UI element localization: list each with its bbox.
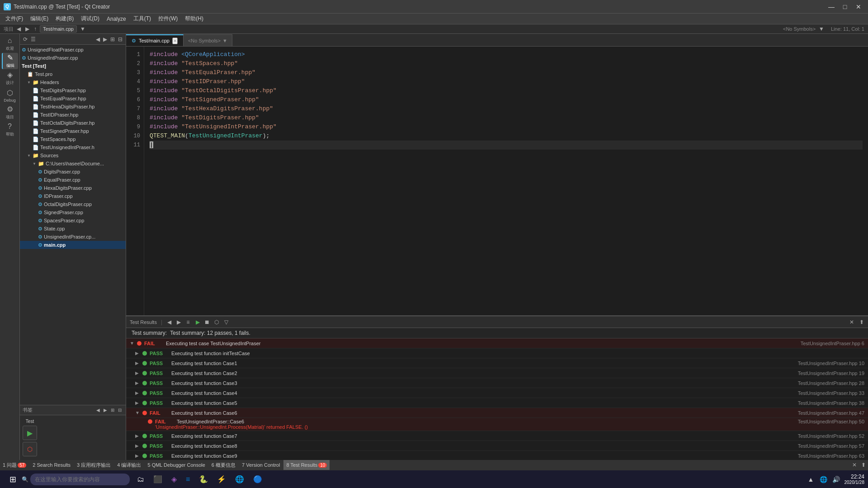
panel-float-btn[interactable]: ⬆: [857, 318, 866, 327]
tree-item-idpraser[interactable]: ⚙ IDPraser.cpp: [20, 192, 126, 200]
status-tab-tests[interactable]: 8 Test Results 10: [283, 460, 330, 470]
panel-close-btn[interactable]: ✕: [847, 318, 856, 327]
results-next-btn[interactable]: ▶: [174, 318, 183, 327]
tree-item-testsigned[interactable]: 📄 TestSignedPraser.hpp: [20, 127, 126, 135]
menu-control[interactable]: 控件(W): [155, 14, 181, 23]
tree-item-sources-folder[interactable]: ▼ 📁 Sources: [20, 151, 126, 160]
tree-item-equalpraser[interactable]: ⚙ EqualPraser.cpp: [20, 176, 126, 184]
nav-back[interactable]: ◀: [15, 25, 22, 33]
test-row-case8[interactable]: ▶ PASS Executing test function Case8 Tes…: [126, 441, 868, 451]
status-tab-messages[interactable]: 6 概要信息: [209, 460, 238, 470]
start-button[interactable]: ⊞: [4, 471, 22, 488]
menu-file[interactable]: 文件(F): [2, 14, 27, 23]
results-run-btn[interactable]: ▶: [193, 318, 202, 327]
results-list-btn[interactable]: ≡: [184, 318, 193, 327]
status-tab-qml[interactable]: 5 QML Debugger Console: [145, 460, 208, 470]
tree-item-pro[interactable]: 📋 Test.pro: [20, 70, 126, 78]
tree-item-unsigned-float[interactable]: ⚙ UnsignedFloatPraser.cpp: [20, 46, 126, 54]
bookmark-btn3[interactable]: ⊞: [109, 407, 116, 413]
tree-item-unsignedintpraser2[interactable]: ⚙ UnsignedIntPraser.cp...: [20, 233, 126, 241]
tree-item-testspaces[interactable]: 📄 TestSpaces.hpp: [20, 135, 126, 143]
expand-icon[interactable]: ▶: [135, 351, 141, 356]
panel-nav-back[interactable]: ◀: [94, 36, 101, 43]
maximize-button[interactable]: □: [839, 2, 851, 12]
test-row-case9[interactable]: ▶ PASS Executing test function Case9 Tes…: [126, 451, 868, 460]
volume-icon[interactable]: 🔊: [831, 474, 842, 485]
symbols-dropdown-tab[interactable]: <No Symbols> ▼: [184, 34, 232, 46]
tab-main-cpp[interactable]: ⚙ Test/main.cpp ✕: [126, 34, 184, 46]
expand-icon[interactable]: ▼: [130, 341, 135, 346]
status-tab-app-output[interactable]: 3 应用程序输出: [74, 460, 113, 470]
menu-edit[interactable]: 编辑(E): [27, 14, 52, 23]
taskbar-browser[interactable]: 🌐: [231, 472, 248, 487]
tree-item-testid[interactable]: 📄 TestIDPraser.hpp: [20, 111, 126, 119]
menu-analyze[interactable]: Analyze: [103, 15, 130, 23]
tree-item-headers-folder[interactable]: ▼ 📁 Headers: [20, 78, 126, 86]
undock-panel-btn[interactable]: ⬆: [859, 460, 868, 469]
test-row-case6-detail[interactable]: FAIL TestUnsignedIntPraser::Case6 TestUn…: [126, 418, 868, 431]
debug-test-button[interactable]: ⬡: [23, 442, 37, 456]
tree-item-testhexadigits[interactable]: 📄 TestHexaDigitsPraser.hp: [20, 103, 126, 111]
test-row-init[interactable]: ▶ PASS Executing test function initTestC…: [126, 348, 868, 358]
code-content[interactable]: #include <QCoreApplication> #include "Te…: [144, 47, 868, 315]
tree-item-unsigned-int[interactable]: ⚙ UnsignedIntPraser.cpp: [20, 54, 126, 62]
test-row-case7[interactable]: ▶ PASS Executing test function Case7 Tes…: [126, 431, 868, 441]
panel-collapse[interactable]: ⊟: [117, 36, 124, 43]
run-test-button[interactable]: ▶: [23, 426, 37, 440]
menu-build[interactable]: 构建(B): [52, 14, 77, 23]
panel-filter-btn[interactable]: ☰: [29, 36, 37, 43]
results-stop-btn[interactable]: ⏹: [203, 318, 212, 327]
expand-icon[interactable]: ▶: [135, 400, 141, 406]
results-debug-btn[interactable]: ⬡: [212, 318, 221, 327]
bookmark-btn1[interactable]: ◀: [95, 407, 101, 413]
minimize-button[interactable]: —: [826, 2, 837, 12]
bookmark-btn2[interactable]: ▶: [102, 407, 108, 413]
panel-sync-btn[interactable]: ⟳: [22, 36, 29, 43]
tab-close-button[interactable]: ✕: [172, 38, 178, 44]
tree-item-project[interactable]: Test [Test]: [20, 62, 126, 70]
test-row-case2[interactable]: ▶ PASS Executing test function Case2 Tes…: [126, 368, 868, 378]
tree-item-source-path[interactable]: ▼ 📁 C:\Users\hasee\Docume...: [20, 160, 126, 168]
results-prev-btn[interactable]: ◀: [165, 318, 174, 327]
tree-item-octaldigits[interactable]: ⚙ OctalDigitsPraser.cpp: [20, 200, 126, 208]
tree-item-spacespraser[interactable]: ⚙ SpacesPraser.cpp: [20, 216, 126, 225]
status-tab-search[interactable]: 2 Search Results: [30, 460, 73, 470]
tray-up-icon[interactable]: ▲: [806, 474, 816, 485]
test-row-case4[interactable]: ▶ PASS Executing test function Case4 Tes…: [126, 388, 868, 398]
status-tab-issues[interactable]: 1 问题 57: [0, 460, 29, 470]
expand-icon[interactable]: ▼: [135, 410, 141, 416]
sidebar-edit[interactable]: ✎ 编辑: [2, 53, 18, 69]
panel-nav-forward[interactable]: ▶: [102, 36, 108, 43]
tree-item-main-cpp[interactable]: ⚙ main.cpp: [20, 241, 126, 249]
status-tab-vc[interactable]: 7 Version Control: [239, 460, 283, 470]
sidebar-help[interactable]: ? 帮助: [2, 122, 18, 138]
status-tab-compile[interactable]: 4 编译输出: [114, 460, 144, 470]
test-row-case1[interactable]: ▶ PASS Executing test function Case1 Tes…: [126, 358, 868, 368]
taskbar-search-input[interactable]: [30, 474, 130, 485]
network-icon[interactable]: 🌐: [818, 474, 829, 485]
test-row-case6-fail[interactable]: ▼ FAIL Executing test function Case6 Tes…: [126, 408, 868, 418]
taskbar-vsc[interactable]: ≡: [182, 472, 193, 487]
close-button[interactable]: ✕: [853, 2, 864, 12]
tree-item-testdigitspraser[interactable]: 📄 TestDigitsPraser.hpp: [20, 86, 126, 94]
sidebar-welcome[interactable]: ⌂ 欢迎: [2, 36, 18, 52]
expand-icon[interactable]: ▶: [135, 443, 141, 449]
nav-up[interactable]: ↑: [33, 25, 38, 33]
expand-icon[interactable]: ▶: [135, 453, 141, 459]
tree-item-testoctal[interactable]: 📄 TestOctalDigitsPraser.hp: [20, 119, 126, 127]
code-editor[interactable]: 1 2 3 4 5 6 7 8 9 10 11 #include <QCoreA…: [126, 47, 868, 315]
test-row-case5[interactable]: ▶ PASS Executing test function Case5 Tes…: [126, 398, 868, 408]
taskbar-pycharm[interactable]: 🐍: [195, 472, 212, 487]
expand-icon[interactable]: ▶: [135, 361, 141, 366]
sidebar-debug[interactable]: ⬡ Debug: [2, 87, 18, 103]
expand-icon[interactable]: ▶: [135, 371, 141, 376]
tree-item-testequal[interactable]: 📄 TestEqualPraser.hpp: [20, 94, 126, 103]
expand-icon[interactable]: ▶: [135, 380, 141, 386]
menu-debug[interactable]: 调试(D): [77, 14, 103, 23]
taskbar-terminal[interactable]: ⬛: [150, 472, 166, 487]
taskbar-chrome[interactable]: 🔵: [250, 472, 266, 487]
sidebar-design[interactable]: ◈ 设计: [2, 70, 18, 86]
taskbar-vs[interactable]: ◈: [168, 472, 180, 487]
bookmark-btn4[interactable]: ⊟: [117, 407, 123, 413]
nav-dropdown[interactable]: ▼: [79, 25, 87, 33]
